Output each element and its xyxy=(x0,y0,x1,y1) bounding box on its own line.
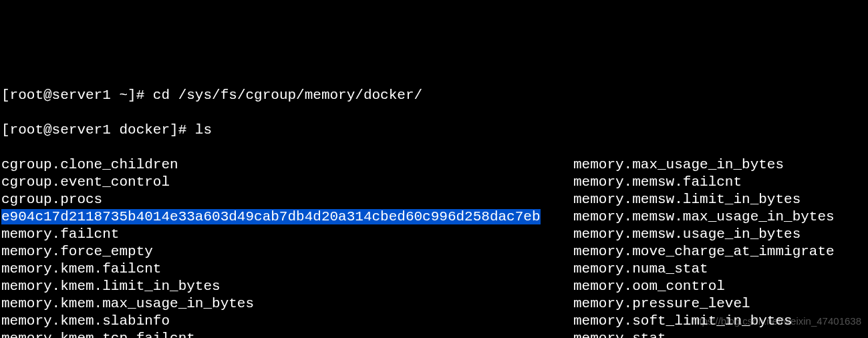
command-text: cd /sys/fs/cgroup/memory/docker/ xyxy=(153,88,422,103)
ls-item: cgroup.procs xyxy=(1,191,573,208)
ls-item: memory.max_usage_in_bytes xyxy=(573,156,835,174)
watermark-text: https://blog.csdn.net/weixin_47401638 xyxy=(691,313,861,330)
ls-output: cgroup.clone_childrencgroup.event_contro… xyxy=(1,156,867,338)
ls-item: memory.oom_control xyxy=(573,278,835,295)
ls-item: memory.kmem.slabinfo xyxy=(1,313,573,330)
ls-item: memory.memsw.limit_in_bytes xyxy=(573,191,835,208)
terminal-output[interactable]: [root@server1 ~]# cd /sys/fs/cgroup/memo… xyxy=(0,69,868,338)
ls-item: memory.stat xyxy=(573,330,835,338)
prompt-line: [root@server1 docker]# ls xyxy=(1,122,867,139)
ls-item: cgroup.event_control xyxy=(1,174,573,191)
highlighted-directory: e904c17d2118735b4014e33a603d49cab7db4d20… xyxy=(1,209,541,224)
ls-item: memory.pressure_level xyxy=(573,295,835,313)
ls-item: memory.kmem.limit_in_bytes xyxy=(1,278,573,295)
ls-item: cgroup.clone_children xyxy=(1,156,573,174)
ls-item: e904c17d2118735b4014e33a603d49cab7db4d20… xyxy=(1,208,573,226)
ls-item: memory.kmem.tcp.failcnt xyxy=(1,330,573,338)
ls-item: memory.move_charge_at_immigrate xyxy=(573,243,835,261)
ls-item: memory.memsw.failcnt xyxy=(573,174,835,191)
ls-item: memory.force_empty xyxy=(1,243,573,261)
ls-item: memory.kmem.failcnt xyxy=(1,261,573,278)
ls-item: memory.failcnt xyxy=(1,226,573,243)
prompt-prefix: [root@server1 ~]# xyxy=(1,88,144,103)
ls-item: memory.kmem.max_usage_in_bytes xyxy=(1,295,573,313)
command-text: ls xyxy=(195,122,212,138)
ls-item: memory.memsw.max_usage_in_bytes xyxy=(573,208,835,226)
ls-item: memory.numa_stat xyxy=(573,261,835,278)
prompt-prefix: [root@server1 docker]# xyxy=(1,122,186,138)
prompt-line: [root@server1 ~]# cd /sys/fs/cgroup/memo… xyxy=(1,87,867,104)
ls-item: memory.memsw.usage_in_bytes xyxy=(573,226,835,243)
